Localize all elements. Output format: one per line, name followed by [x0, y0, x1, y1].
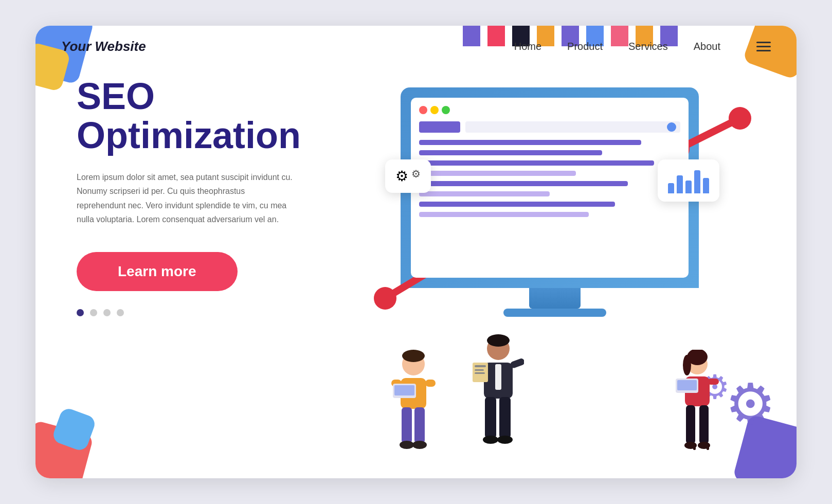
- window-dots: [419, 106, 680, 114]
- stats-bubble: [658, 159, 719, 202]
- svg-rect-40: [699, 405, 709, 444]
- monitor-base: [503, 309, 606, 317]
- mini-bar-chart: [668, 168, 709, 193]
- monitor-screen: ⚙ ⚙: [401, 87, 699, 288]
- header: Your Website Home Product Services About: [35, 26, 797, 67]
- svg-rect-20: [495, 364, 501, 390]
- dot-3[interactable]: [103, 309, 111, 316]
- person-2: [473, 334, 524, 447]
- svg-rect-39: [686, 405, 695, 444]
- screen-content: [411, 98, 689, 278]
- content-line-3: [419, 171, 576, 176]
- hamburger-menu[interactable]: [756, 42, 771, 51]
- mini-bar-0: [668, 183, 674, 193]
- hamburger-line-2: [756, 46, 771, 47]
- svg-rect-36: [708, 379, 719, 385]
- svg-point-0: [374, 287, 396, 310]
- svg-rect-38: [677, 380, 697, 390]
- gear-bubble: ⚙ ⚙: [385, 159, 431, 193]
- svg-rect-26: [475, 372, 485, 374]
- person-3: [676, 350, 719, 453]
- mini-bar-3: [694, 170, 700, 193]
- svg-point-7: [402, 350, 425, 362]
- search-purple-box: [419, 121, 460, 133]
- window-dot-2: [442, 106, 450, 114]
- svg-rect-42: [693, 444, 696, 450]
- hamburger-line-3: [756, 50, 771, 51]
- svg-point-30: [497, 436, 513, 444]
- window-dot-0: [419, 106, 427, 114]
- content-lines: [419, 140, 680, 217]
- person-1: [390, 350, 437, 453]
- svg-point-5: [729, 107, 751, 130]
- content-line-6: [419, 202, 615, 207]
- hamburger-line-1: [756, 42, 771, 43]
- content-line-4: [419, 181, 628, 186]
- svg-rect-24: [475, 365, 486, 367]
- logo: Your Website: [61, 39, 514, 55]
- monitor-stand: [529, 288, 581, 309]
- illustration: ⚙ ⚙ ⚙ ⚙: [359, 46, 781, 468]
- svg-rect-21: [510, 357, 524, 369]
- nav-item-about[interactable]: About: [694, 41, 720, 52]
- svg-point-15: [400, 441, 414, 449]
- svg-rect-27: [485, 397, 496, 438]
- monitor: ⚙ ⚙: [401, 87, 709, 314]
- page-container: Your Website Home Product Services About…: [35, 26, 797, 478]
- mini-bar-1: [677, 175, 683, 193]
- dot-1[interactable]: [77, 309, 84, 316]
- hero-description: Lorem ipsum dolor sit amet, sea putant s…: [77, 170, 293, 226]
- search-bar: [419, 121, 680, 133]
- search-icon: [667, 122, 676, 132]
- content-line-1: [419, 150, 602, 155]
- svg-rect-28: [499, 397, 511, 438]
- svg-rect-10: [425, 380, 436, 387]
- dot-2[interactable]: [90, 309, 97, 316]
- hero-content: SEO Optimization Lorem ipsum dolor sit a…: [77, 77, 344, 316]
- gear-large-icon: ⚙: [725, 371, 776, 437]
- mini-bar-4: [703, 178, 709, 193]
- navigation: Home Product Services About: [514, 41, 771, 52]
- pagination-dots: [77, 309, 344, 316]
- svg-rect-13: [402, 407, 412, 443]
- learn-more-button[interactable]: Learn more: [77, 252, 238, 291]
- svg-point-33: [683, 355, 691, 375]
- svg-rect-44: [707, 444, 709, 450]
- search-input-bar[interactable]: [465, 121, 680, 133]
- nav-item-product[interactable]: Product: [567, 41, 603, 52]
- content-line-2: [419, 160, 654, 166]
- nav-item-home[interactable]: Home: [514, 41, 541, 52]
- window-dot-1: [430, 106, 439, 114]
- content-line-0: [419, 140, 641, 145]
- svg-point-18: [487, 334, 510, 347]
- content-line-7: [419, 212, 589, 217]
- svg-rect-14: [414, 407, 425, 443]
- svg-point-16: [412, 441, 427, 449]
- gear-icon-large: ⚙: [411, 168, 421, 185]
- svg-rect-12: [394, 385, 414, 395]
- svg-point-29: [483, 436, 498, 444]
- content-line-5: [419, 191, 550, 196]
- dot-4[interactable]: [117, 309, 124, 316]
- mini-bar-2: [685, 181, 692, 193]
- hero-title: SEO Optimization: [77, 77, 344, 155]
- nav-item-services[interactable]: Services: [628, 41, 668, 52]
- gear-icon-small: ⚙: [395, 168, 408, 185]
- svg-rect-25: [475, 369, 484, 371]
